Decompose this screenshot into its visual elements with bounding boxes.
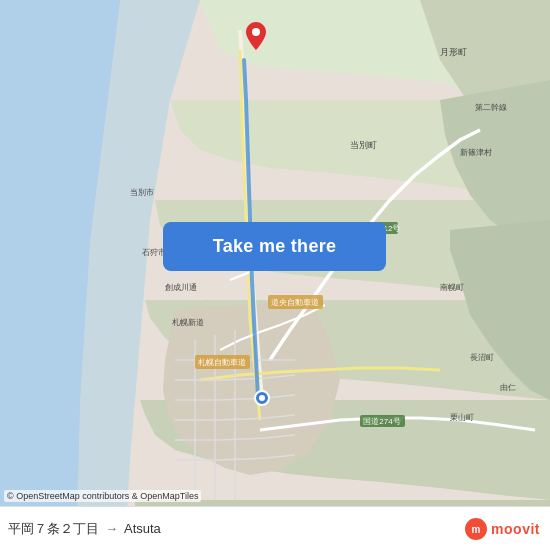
route-info: 平岡７条２丁目 → Atsuta — [8, 520, 161, 538]
take-me-there-button[interactable]: Take me there — [163, 222, 386, 271]
svg-text:国道274号: 国道274号 — [363, 417, 400, 426]
svg-text:南幌町: 南幌町 — [440, 283, 464, 292]
svg-text:新篠津村: 新篠津村 — [460, 148, 492, 157]
svg-text:栗山町: 栗山町 — [450, 413, 474, 422]
svg-text:札幌新道: 札幌新道 — [172, 318, 204, 327]
cta-button-container: Take me there — [163, 222, 386, 271]
moovit-icon: m — [465, 518, 487, 540]
svg-text:由仁: 由仁 — [500, 383, 516, 392]
map-background: 札幌自動車道 337号 道路12号 道央自動車道 国道274号 月形町 第二幹線… — [0, 0, 550, 550]
origin-pin — [254, 390, 270, 406]
moovit-logo: m moovit — [465, 518, 540, 540]
svg-text:長沼町: 長沼町 — [470, 353, 494, 362]
origin-label: 平岡７条２丁目 — [8, 520, 99, 538]
svg-point-24 — [252, 28, 260, 36]
map-container: 札幌自動車道 337号 道路12号 道央自動車道 国道274号 月形町 第二幹線… — [0, 0, 550, 550]
svg-text:当別町: 当別町 — [350, 140, 377, 150]
svg-point-26 — [259, 395, 265, 401]
bottom-bar: 平岡７条２丁目 → Atsuta m moovit — [0, 506, 550, 550]
svg-text:第二幹線: 第二幹線 — [475, 103, 507, 112]
svg-text:創成川通: 創成川通 — [165, 283, 197, 292]
moovit-text: moovit — [491, 521, 540, 537]
svg-text:札幌自動車道: 札幌自動車道 — [198, 358, 246, 367]
svg-text:m: m — [472, 524, 481, 535]
svg-text:当別市: 当別市 — [130, 188, 154, 197]
destination-label: Atsuta — [124, 521, 161, 536]
svg-text:月形町: 月形町 — [440, 47, 467, 57]
svg-text:道央自動車道: 道央自動車道 — [271, 298, 319, 307]
map-attribution: © OpenStreetMap contributors & OpenMapTi… — [4, 490, 201, 502]
arrow-icon: → — [105, 521, 118, 536]
destination-pin — [246, 22, 266, 50]
